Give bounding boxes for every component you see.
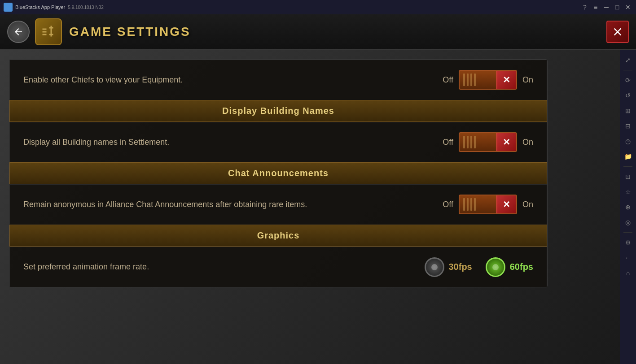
graphics-setting-row: Set preferred animation frame rate. 30fp… — [9, 247, 547, 287]
fps-60-label: 60fps — [510, 262, 533, 272]
chat-announcements-description: Remain anonymous in Alliance Chat Announ… — [23, 199, 443, 211]
chat-off-label: Off — [443, 200, 453, 209]
sidebar-grid-icon[interactable]: ⊟ — [622, 120, 634, 132]
toggle-line-2 — [467, 74, 469, 86]
toggle-line-b1 — [463, 136, 465, 148]
graphics-title: Graphics — [257, 230, 300, 241]
toggle-lines — [460, 74, 496, 86]
chat-toggle-container: Off ✕ On — [443, 195, 533, 214]
toggle-line-b4 — [474, 136, 476, 148]
menu-button[interactable]: ≡ — [591, 3, 600, 12]
right-sidebar: ⤢ ⟳ ↺ ⊞ ⊟ ◷ 📁 ⊡ ☆ ⊕ ◎ ⚙ ← ⌂ — [620, 50, 636, 364]
equipment-on-label: On — [522, 75, 533, 85]
toggle-line-b3 — [470, 136, 472, 148]
fps-30-option[interactable]: 30fps — [425, 257, 472, 277]
sidebar-back-icon[interactable]: ← — [622, 251, 634, 264]
toggle-x-button-3: ✕ — [496, 195, 516, 214]
page-title: GAME SETTINGS — [69, 25, 191, 39]
sidebar-home-icon[interactable]: ⌂ — [622, 267, 634, 279]
toggle-x-icon-3: ✕ — [503, 199, 510, 210]
minimize-button[interactable]: ─ — [602, 3, 611, 12]
equipment-setting-row: Enable other Chiefs to view your Equipme… — [9, 60, 547, 100]
equipment-description: Enable other Chiefs to view your Equipme… — [23, 74, 443, 86]
settings-container: Enable other Chiefs to view your Equipme… — [9, 59, 548, 287]
fps-60-circle — [486, 257, 505, 277]
header-controls — [606, 21, 629, 43]
building-names-on-label: On — [522, 138, 533, 147]
fps-60-inner — [492, 264, 499, 270]
chat-announcements-title: Chat Announcements — [228, 168, 329, 178]
title-bar-controls: ? ≡ ─ □ ✕ — [580, 3, 632, 12]
bluestacks-logo — [4, 3, 13, 12]
fps-60-option[interactable]: 60fps — [486, 257, 533, 277]
toggle-lines-2 — [460, 136, 496, 148]
building-names-toggle-container: Off ✕ On — [443, 132, 533, 152]
sidebar-rotate2-icon[interactable]: ↺ — [622, 89, 634, 102]
sidebar-sep-1 — [623, 70, 632, 70]
window-close-button[interactable]: ✕ — [623, 3, 632, 12]
chat-on-label: On — [522, 200, 533, 209]
sidebar-expand-icon[interactable]: ⤢ — [622, 54, 634, 66]
fps-container: 30fps 60fps — [425, 257, 534, 277]
app-version: 5.9.100.1013 N32 — [68, 5, 104, 10]
sidebar-rotate-icon[interactable]: ⟳ — [622, 74, 634, 87]
title-bar-left: BlueStacks App Player 5.9.100.1013 N32 — [4, 3, 104, 12]
back-button[interactable] — [7, 21, 30, 43]
toggle-line-c3 — [470, 198, 472, 211]
sidebar-volume-icon[interactable]: ⊞ — [622, 104, 634, 117]
sidebar-settings-icon[interactable]: ⚙ — [622, 236, 634, 249]
fps-30-circle — [425, 257, 444, 277]
toggle-line-c4 — [474, 198, 476, 211]
sidebar-folder-icon[interactable]: 📁 — [622, 150, 634, 163]
sidebar-layers-icon[interactable]: ⊕ — [622, 201, 634, 213]
sidebar-user-icon[interactable]: ◎ — [622, 216, 634, 229]
header-close-button[interactable] — [606, 21, 629, 43]
building-names-section-header: Display Building Names — [9, 100, 547, 122]
toggle-line-1 — [463, 74, 465, 86]
equipment-toggle-container: Off ✕ On — [443, 70, 533, 90]
sidebar-camera-icon[interactable]: ◷ — [622, 135, 634, 147]
graphics-section-header: Graphics — [9, 225, 547, 247]
frame-rate-description: Set preferred animation frame rate. — [23, 261, 425, 273]
settings-icon — [35, 18, 62, 45]
toggle-line-c2 — [467, 198, 469, 211]
building-names-description: Display all Building names in Settlement… — [23, 136, 443, 148]
fps-30-inner — [431, 264, 438, 270]
title-bar: BlueStacks App Player 5.9.100.1013 N32 ?… — [0, 0, 636, 14]
toggle-x-button-2: ✕ — [496, 132, 516, 152]
building-names-setting-row: Display all Building names in Settlement… — [9, 122, 547, 162]
toggle-line-b2 — [467, 136, 469, 148]
toggle-x-icon: ✕ — [503, 74, 510, 85]
toggle-line-c1 — [463, 198, 465, 211]
sidebar-sep-2 — [623, 166, 632, 167]
content-area: Enable other Chiefs to view your Equipme… — [0, 50, 620, 364]
equipment-toggle[interactable]: ✕ — [459, 70, 517, 90]
chat-announcements-section-header: Chat Announcements — [9, 162, 547, 184]
toggle-lines-3 — [460, 198, 496, 211]
sidebar-search-icon[interactable]: ⊡ — [622, 170, 634, 183]
toggle-line-4 — [474, 74, 476, 86]
toggle-line-3 — [470, 74, 472, 86]
fps-30-label: 30fps — [449, 262, 472, 272]
main-layout: Enable other Chiefs to view your Equipme… — [0, 50, 636, 364]
chat-announcements-setting-row: Remain anonymous in Alliance Chat Announ… — [9, 184, 547, 225]
sidebar-star-icon[interactable]: ☆ — [622, 186, 634, 198]
equipment-off-label: Off — [443, 75, 453, 85]
app-name: BlueStacks App Player — [15, 4, 65, 10]
app-header: GAME SETTINGS — [0, 14, 636, 50]
sidebar-sep-3 — [623, 232, 632, 233]
chat-toggle[interactable]: ✕ — [459, 195, 517, 214]
building-names-off-label: Off — [443, 138, 453, 147]
maximize-button[interactable]: □ — [613, 3, 622, 12]
toggle-x-button: ✕ — [496, 70, 516, 90]
building-names-title: Display Building Names — [222, 106, 334, 116]
help-button[interactable]: ? — [580, 3, 589, 12]
toggle-x-icon-2: ✕ — [503, 137, 510, 147]
building-names-toggle[interactable]: ✕ — [459, 132, 517, 152]
